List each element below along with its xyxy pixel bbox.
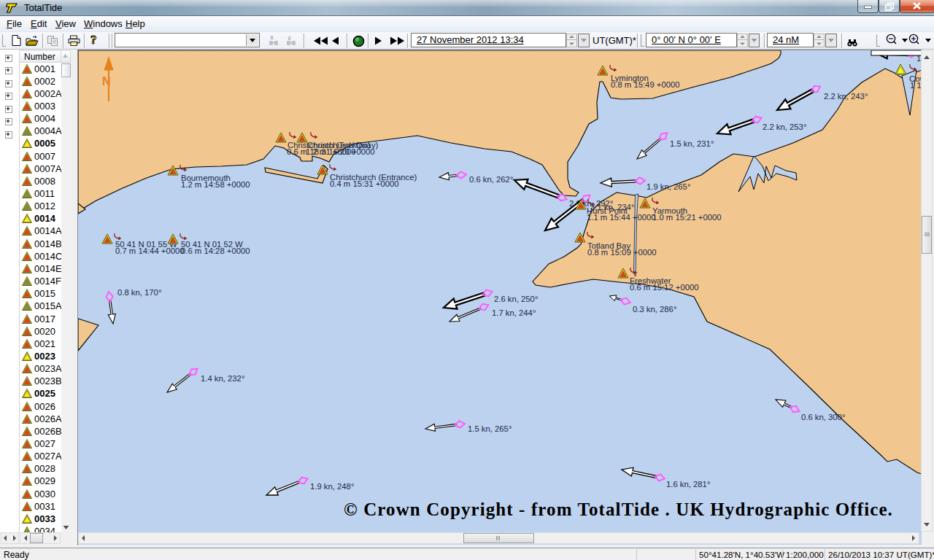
svg-text:1.4 kn, 232°: 1.4 kn, 232° <box>201 374 244 383</box>
svg-text:0.8 m 15:49 +0000: 0.8 m 15:49 +0000 <box>611 80 680 89</box>
svg-text:0.8 kn, 170°: 0.8 kn, 170° <box>117 288 161 297</box>
svg-text:1.6 kn, 281°: 1.6 kn, 281° <box>666 480 710 489</box>
svg-text:N: N <box>102 75 111 88</box>
svg-text:1.0 m 15:21 +0000: 1.0 m 15:21 +0000 <box>652 213 722 222</box>
svg-text:2.2 kn, 243°: 2.2 kn, 243° <box>824 92 868 101</box>
svg-text:1.2 m 14:58 +0000: 1.2 m 14:58 +0000 <box>181 180 250 189</box>
svg-text:1.5 kn, 231°: 1.5 kn, 231° <box>670 139 714 148</box>
svg-text:0.6 m 14:28 +0000: 0.6 m 14:28 +0000 <box>181 246 250 255</box>
svg-text:0.6 m 15:12 +0000: 0.6 m 15:12 +0000 <box>630 283 699 292</box>
svg-text:?: ? <box>90 34 97 45</box>
svg-text:0.3 kn, 286°: 0.3 kn, 286° <box>633 305 676 314</box>
svg-text:© Crown Copyright - from Total: © Crown Copyright - from TotalTide . UK … <box>344 499 893 519</box>
svg-text:1.9 kn, 265°: 1.9 kn, 265° <box>647 182 690 191</box>
svg-text:1.7 kn, 244°: 1.7 kn, 244° <box>492 308 536 317</box>
svg-text:0.8 m 15:09 +0000: 0.8 m 15:09 +0000 <box>587 248 657 257</box>
svg-text:0.4 m 15:31 +0000: 0.4 m 15:31 +0000 <box>330 179 399 188</box>
svg-text:2.6 kn, 250°: 2.6 kn, 250° <box>494 295 538 303</box>
svg-text:2.2 kn, 253°: 2.2 kn, 253° <box>763 122 806 131</box>
svg-text:1.2 m 16:20 +0000: 1.2 m 16:20 +0000 <box>306 147 375 156</box>
svg-text:0.6 kn, 300°: 0.6 kn, 300° <box>801 413 845 421</box>
svg-text:1 1: 1 1 <box>910 81 922 90</box>
svg-text:0.6 kn, 262°: 0.6 kn, 262° <box>469 175 513 184</box>
svg-text:1.5 kn, 265°: 1.5 kn, 265° <box>468 424 512 433</box>
svg-text:1.1 m 15:44 +0000: 1.1 m 15:44 +0000 <box>587 213 656 222</box>
svg-text:1.9 kn, 248°: 1.9 kn, 248° <box>310 482 354 491</box>
svg-text:0.7 m 14:44 +0000: 0.7 m 14:44 +0000 <box>115 246 185 255</box>
